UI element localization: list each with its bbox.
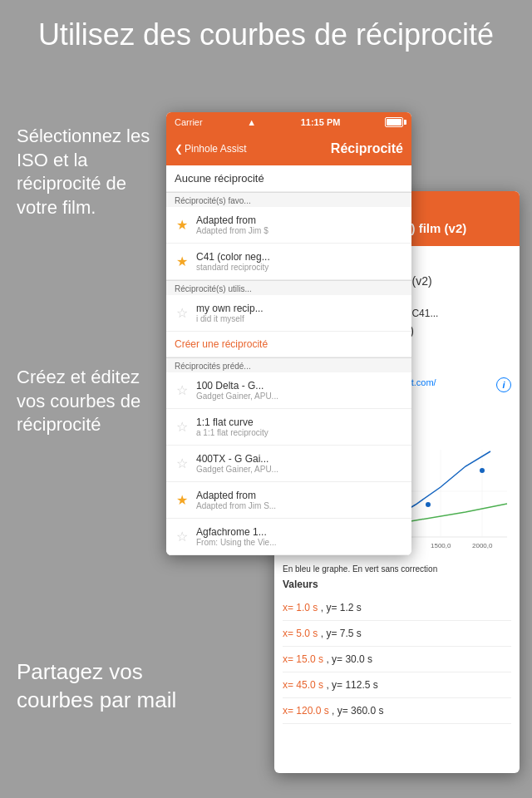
svg-point-18 (426, 502, 431, 507)
iphone-list: Aucune réciprocité Réciprocité(s) favo..… (166, 165, 411, 555)
chevron-left-icon: ❮ (175, 143, 183, 155)
item-content: Agfachrome 1... From: Using the Vie... (196, 526, 403, 547)
star-icon-empty: ☆ (175, 382, 190, 398)
chart-note: En bleu le graphe. En vert sans correcti… (283, 564, 511, 574)
section-header-fav: Réciprocité(s) favo... (166, 192, 411, 207)
value-row: x= 1.0 s , y= 1.2 s (283, 595, 511, 621)
star-icon-empty: ☆ (175, 456, 190, 471)
value-separator: , (332, 705, 337, 717)
value-row: x= 45.0 s , y= 112.5 s (283, 672, 511, 698)
list-item[interactable]: ☆ my own recip... i did it myself (166, 295, 411, 332)
back-label: Pinhole Assist (185, 143, 247, 155)
list-item[interactable]: ★ C41 (color neg... standard reciprocity (166, 244, 411, 280)
item-title: 400TX - G Gai... (196, 453, 403, 465)
item-content: my own recip... i did it myself (196, 303, 403, 323)
star-icon-empty: ☆ (175, 305, 190, 321)
item-content: Adapted from Adapted from Jim $ (196, 214, 403, 235)
item-content: 100 Delta - G... Gadget Gainer, APU... (196, 380, 403, 401)
value-x: x= 5.0 s (283, 628, 318, 639)
svg-text:2000,0: 2000,0 (472, 542, 493, 549)
info-icon[interactable]: i (496, 377, 511, 392)
status-time: 11:15 PM (301, 117, 341, 127)
value-row: x= 15.0 s , y= 30.0 s (283, 647, 511, 672)
nav-title: Réciprocité (247, 141, 403, 156)
item-title: my own recip... (196, 303, 403, 314)
list-item[interactable]: ☆ Agfachrome 1... From: Using the Vie... (166, 519, 411, 555)
value-x: x= 45.0 s (283, 679, 323, 691)
value-y: y= 7.5 s (326, 628, 361, 639)
carrier-label: Carrier (175, 117, 203, 127)
value-x: x= 15.0 s (283, 653, 323, 665)
iphone-nav-bar: ❮ Pinhole Assist Réciprocité (166, 132, 411, 165)
value-y: y= 360.0 s (337, 705, 384, 717)
value-x: x= 120.0 s (283, 705, 329, 717)
item-title: Adapted from (196, 490, 403, 501)
iphone-screen: Carrier ▲ 11:15 PM ❮ Pinhole Assist Réci… (166, 112, 411, 555)
list-item[interactable]: ☆ 400TX - G Gai... Gadget Gainer, APU... (166, 446, 411, 482)
item-content: C41 (color neg... standard reciprocity (196, 251, 403, 272)
values-label: Valeurs (283, 579, 511, 590)
back-button[interactable]: ❮ Pinhole Assist (175, 143, 247, 155)
bottom-text: Partagez vos courbes par mail (17, 658, 200, 715)
page-title: Utilisez des courbes de réciprocité (0, 0, 532, 61)
star-icon-filled: ★ (175, 254, 190, 269)
item-subtitle: Gadget Gainer, APU... (196, 465, 403, 474)
value-y: y= 30.0 s (332, 653, 372, 665)
item-title: C41 (color neg... (196, 251, 403, 263)
item-subtitle: Adapted from Jim S... (196, 501, 403, 510)
item-title: 1:1 flat curve (196, 416, 403, 428)
list-item[interactable]: ★ Adapted from Adapted from Jim S... (166, 482, 411, 519)
item-subtitle: a 1:1 flat reciprocity (196, 428, 403, 437)
item-content: 1:1 flat curve a 1:1 flat reciprocity (196, 416, 403, 437)
list-item[interactable]: ☆ 1:1 flat curve a 1:1 flat reciprocity (166, 409, 411, 446)
item-subtitle: standard reciprocity (196, 263, 403, 272)
item-content: Adapted from Adapted from Jim S... (196, 490, 403, 510)
no-reciprocity-item[interactable]: Aucune réciprocité (166, 165, 411, 192)
item-title: Adapted from (196, 214, 403, 226)
item-subtitle: From: Using the Vie... (196, 538, 403, 547)
value-x: x= 1.0 s (283, 602, 318, 613)
left-text-1: Sélectionnez les ISO et la réciprocité d… (17, 125, 166, 219)
value-row: x= 5.0 s , y= 7.5 s (283, 621, 511, 647)
create-reciprocity-btn[interactable]: Créer une réciprocité (166, 332, 411, 357)
star-icon-empty: ☆ (175, 419, 190, 435)
item-content: 400TX - G Gai... Gadget Gainer, APU... (196, 453, 403, 474)
section-header-used: Réciprocité(s) utilis... (166, 280, 411, 295)
list-item[interactable]: ★ Adapted from Adapted from Jim $ (166, 207, 411, 244)
list-item[interactable]: ☆ 100 Delta - G... Gadget Gainer, APU... (166, 372, 411, 409)
star-icon-filled: ★ (175, 492, 190, 508)
iphone-status-bar: Carrier ▲ 11:15 PM (166, 112, 411, 132)
value-y: y= 1.2 s (326, 602, 361, 613)
item-subtitle: Adapted from Jim $ (196, 226, 403, 235)
battery-icon (385, 117, 403, 127)
item-title: Agfachrome 1... (196, 526, 403, 538)
value-y: y= 112.5 s (332, 679, 378, 691)
item-title: 100 Delta - G... (196, 380, 403, 392)
item-subtitle: i did it myself (196, 314, 403, 323)
svg-text:1500,0: 1500,0 (431, 542, 451, 549)
value-row: x= 120.0 s , y= 360.0 s (283, 698, 511, 724)
section-header-preset: Réciprocités prédé... (166, 357, 411, 372)
svg-point-19 (480, 468, 485, 473)
star-icon-empty: ☆ (175, 529, 190, 544)
item-subtitle: Gadget Gainer, APU... (196, 392, 403, 401)
wifi-icon: ▲ (247, 117, 256, 127)
left-text-2: Créez et éditez vos courbes de réciproci… (17, 366, 166, 437)
star-icon-filled: ★ (175, 217, 190, 233)
